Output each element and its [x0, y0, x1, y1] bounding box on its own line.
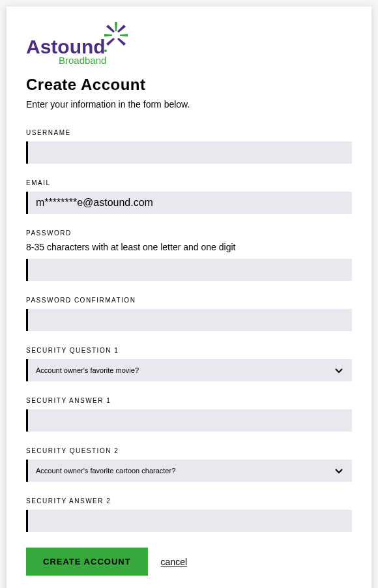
svg-marker-6: [106, 38, 115, 46]
svg-marker-3: [117, 38, 126, 46]
security-question-2-label: SECURITY QUESTION 2: [26, 447, 352, 454]
username-label: USERNAME: [26, 129, 352, 136]
svg-marker-4: [106, 25, 115, 33]
create-account-button[interactable]: CREATE ACCOUNT: [26, 548, 148, 576]
password-confirm-label: PASSWORD CONFIRMATION: [26, 297, 352, 304]
svg-marker-2: [120, 34, 128, 37]
security-answer-2-label: SECURITY ANSWER 2: [26, 497, 352, 505]
page-subtitle: Enter your information in the form below…: [26, 99, 352, 110]
form-actions: CREATE ACCOUNT cancel: [26, 548, 352, 576]
email-label: EMAIL: [26, 179, 352, 186]
security-question-2-select-wrap: Account owner's favorite cartoon charact…: [26, 460, 352, 482]
svg-marker-0: [115, 22, 117, 31]
security-question-1-field: SECURITY QUESTION 1 Account owner's favo…: [26, 347, 352, 381]
security-question-1-select-wrap: Account owner's favorite movie?: [26, 359, 352, 381]
email-input-wrap: [26, 192, 352, 214]
security-question-1-label: SECURITY QUESTION 1: [26, 347, 352, 354]
svg-point-7: [104, 50, 107, 52]
password-confirm-input[interactable]: [36, 314, 344, 326]
password-confirm-input-wrap: [26, 309, 352, 331]
security-answer-1-input[interactable]: [36, 415, 344, 426]
password-field: PASSWORD 8-35 characters with at least o…: [26, 229, 352, 281]
security-question-1-select[interactable]: Account owner's favorite movie?: [36, 366, 344, 374]
logo-sub-text: Broadband: [59, 55, 106, 66]
email-input[interactable]: [36, 197, 344, 209]
security-question-2-select[interactable]: Account owner's favorite cartoon charact…: [36, 467, 344, 475]
page-title: Create Account: [26, 76, 352, 94]
logo: Astound Broadband: [26, 20, 352, 69]
username-input-wrap: [26, 141, 352, 164]
username-input[interactable]: [36, 147, 344, 158]
username-field: USERNAME: [26, 129, 352, 164]
security-answer-2-field: SECURITY ANSWER 2: [26, 497, 352, 532]
svg-marker-5: [104, 34, 112, 37]
password-confirm-field: PASSWORD CONFIRMATION: [26, 297, 352, 331]
security-answer-1-input-wrap: [26, 409, 352, 432]
svg-marker-1: [117, 25, 126, 33]
security-answer-1-label: SECURITY ANSWER 1: [26, 397, 352, 404]
email-field: EMAIL: [26, 179, 352, 214]
security-question-2-field: SECURITY QUESTION 2 Account owner's favo…: [26, 447, 352, 482]
security-answer-2-input-wrap: [26, 510, 352, 532]
password-label: PASSWORD: [26, 229, 352, 237]
security-answer-2-input[interactable]: [36, 515, 344, 527]
create-account-form: Astound Broadband Create Account Enter y…: [7, 7, 371, 588]
security-answer-1-field: SECURITY ANSWER 1: [26, 397, 352, 432]
password-hint: 8-35 characters with at least one letter…: [26, 242, 352, 252]
password-input[interactable]: [36, 264, 344, 276]
cancel-link[interactable]: cancel: [161, 557, 187, 567]
password-input-wrap: [26, 259, 352, 281]
